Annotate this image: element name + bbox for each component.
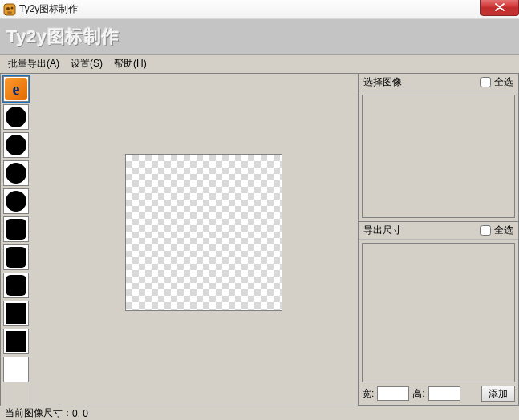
right-panel-column: 选择图像 全选 导出尺寸 全选 宽: 高: bbox=[359, 74, 519, 406]
export-size-header: 导出尺寸 全选 bbox=[359, 222, 518, 240]
export-size-select-all-checkbox[interactable] bbox=[480, 225, 491, 236]
width-input[interactable] bbox=[377, 386, 409, 401]
width-label: 宽: bbox=[362, 387, 374, 401]
shape-thumb-circle-3[interactable] bbox=[3, 160, 29, 186]
status-value: 0, 0 bbox=[72, 408, 88, 419]
status-prefix: 当前图像尺寸： bbox=[5, 406, 72, 420]
export-size-select-all[interactable]: 全选 bbox=[480, 224, 513, 237]
shape-thumb-circle-4[interactable] bbox=[3, 188, 29, 214]
canvas-area bbox=[30, 74, 359, 406]
select-image-panel: 选择图像 全选 bbox=[359, 74, 518, 222]
height-input[interactable] bbox=[428, 386, 460, 401]
circle-shape-icon bbox=[6, 107, 26, 127]
shape-thumb-empty-10[interactable] bbox=[3, 357, 29, 382]
shape-thumb-rsquare-6[interactable] bbox=[3, 244, 29, 270]
menu-bar: 批量导出(A) 设置(S) 帮助(H) bbox=[0, 55, 519, 74]
select-image-select-all[interactable]: 全选 bbox=[480, 75, 513, 89]
select-image-list[interactable] bbox=[362, 95, 515, 218]
circle-shape-icon bbox=[6, 163, 26, 184]
shape-thumb-square-8[interactable] bbox=[3, 301, 29, 326]
select-all-label: 全选 bbox=[494, 224, 513, 237]
shape-thumb-circle-2[interactable] bbox=[3, 132, 29, 158]
circle-shape-icon bbox=[6, 191, 26, 212]
export-size-list[interactable] bbox=[362, 243, 515, 382]
e-icon: e bbox=[5, 78, 27, 100]
svg-point-3 bbox=[7, 11, 12, 14]
shape-thumb-square-9[interactable] bbox=[3, 329, 29, 354]
status-bar: 当前图像尺寸： 0, 0 bbox=[0, 406, 519, 420]
canvas-checkerboard[interactable] bbox=[125, 154, 282, 311]
height-label: 高: bbox=[412, 387, 424, 401]
shape-thumb-rsquare-7[interactable] bbox=[3, 273, 29, 298]
shape-thumb-rsquare-5[interactable] bbox=[3, 216, 29, 242]
export-size-panel: 导出尺寸 全选 宽: 高: 添加 bbox=[359, 222, 518, 406]
select-image-label: 选择图像 bbox=[363, 75, 402, 89]
rsquare-shape-icon bbox=[6, 219, 26, 240]
export-size-label: 导出尺寸 bbox=[363, 224, 402, 237]
app-banner: Ty2y图标制作 bbox=[0, 19, 519, 55]
banner-title: Ty2y图标制作 bbox=[6, 25, 120, 49]
app-icon bbox=[3, 3, 16, 16]
close-button[interactable] bbox=[480, 0, 519, 16]
square-shape-icon bbox=[6, 303, 26, 324]
select-all-label: 全选 bbox=[494, 75, 513, 89]
main-area: e 选择图像 全选 导出尺寸 全选 bbox=[0, 74, 519, 406]
shape-thumb-e-icon[interactable]: e bbox=[3, 76, 29, 102]
menu-batch-export[interactable]: 批量导出(A) bbox=[8, 57, 59, 71]
rsquare-shape-icon bbox=[6, 275, 26, 296]
select-image-select-all-checkbox[interactable] bbox=[480, 77, 491, 87]
export-size-footer: 宽: 高: 添加 bbox=[359, 386, 518, 405]
add-size-button[interactable]: 添加 bbox=[481, 386, 515, 402]
square-shape-icon bbox=[6, 331, 26, 352]
rsquare-shape-icon bbox=[6, 247, 26, 268]
menu-settings[interactable]: 设置(S) bbox=[71, 57, 103, 71]
svg-point-1 bbox=[6, 7, 10, 10]
shape-thumbnail-strip: e bbox=[0, 74, 30, 406]
window-title: Ty2y图标制作 bbox=[19, 2, 78, 16]
menu-help[interactable]: 帮助(H) bbox=[114, 57, 147, 71]
svg-point-2 bbox=[11, 6, 14, 9]
shape-thumb-circle-1[interactable] bbox=[3, 104, 29, 130]
circle-shape-icon bbox=[6, 135, 26, 155]
select-image-header: 选择图像 全选 bbox=[359, 74, 518, 91]
title-bar: Ty2y图标制作 bbox=[0, 0, 519, 19]
